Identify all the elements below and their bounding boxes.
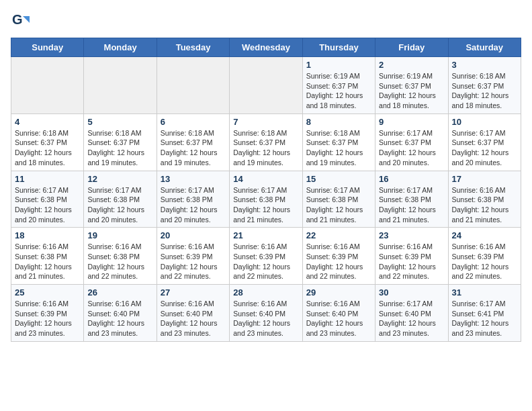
calendar-cell: 30Sunrise: 6:17 AMSunset: 6:40 PMDayligh…	[375, 285, 448, 342]
day-info: Sunrise: 6:17 AMSunset: 6:38 PMDaylight:…	[379, 185, 444, 225]
day-number: 9	[379, 117, 444, 127]
day-info: Sunrise: 6:17 AMSunset: 6:41 PMDaylight:…	[452, 299, 517, 338]
calendar-cell: 15Sunrise: 6:17 AMSunset: 6:38 PMDayligh…	[302, 171, 375, 228]
header-saturday: Saturday	[448, 38, 521, 57]
calendar-cell: 1Sunrise: 6:19 AMSunset: 6:37 PMDaylight…	[302, 57, 375, 114]
day-info: Sunrise: 6:19 AMSunset: 6:37 PMDaylight:…	[379, 71, 444, 111]
day-number: 19	[87, 230, 152, 240]
day-info: Sunrise: 6:16 AMSunset: 6:40 PMDaylight:…	[306, 299, 371, 338]
day-number: 7	[233, 117, 298, 127]
calendar-cell: 22Sunrise: 6:16 AMSunset: 6:39 PMDayligh…	[302, 228, 375, 285]
calendar-cell: 2Sunrise: 6:19 AMSunset: 6:37 PMDaylight…	[375, 57, 448, 114]
day-number: 4	[15, 117, 80, 127]
calendar-body: 1Sunrise: 6:19 AMSunset: 6:37 PMDaylight…	[11, 57, 521, 342]
day-number: 28	[233, 287, 298, 298]
day-number: 25	[15, 287, 80, 298]
header-sunday: Sunday	[11, 38, 84, 57]
day-number: 10	[452, 117, 517, 127]
header-row: SundayMondayTuesdayWednesdayThursdayFrid…	[11, 38, 521, 57]
logo-icon: G	[11, 11, 30, 30]
day-info: Sunrise: 6:18 AMSunset: 6:37 PMDaylight:…	[452, 71, 517, 111]
day-number: 12	[87, 174, 152, 184]
day-number: 20	[161, 230, 226, 240]
calendar-cell: 11Sunrise: 6:17 AMSunset: 6:38 PMDayligh…	[11, 171, 84, 228]
calendar-cell: 4Sunrise: 6:18 AMSunset: 6:37 PMDaylight…	[11, 113, 84, 171]
week-row-4: 18Sunrise: 6:16 AMSunset: 6:38 PMDayligh…	[11, 228, 521, 285]
calendar-cell: 3Sunrise: 6:18 AMSunset: 6:37 PMDaylight…	[448, 57, 521, 114]
day-info: Sunrise: 6:16 AMSunset: 6:39 PMDaylight:…	[452, 242, 517, 281]
logo: G	[11, 11, 32, 30]
header-wednesday: Wednesday	[230, 38, 302, 57]
day-info: Sunrise: 6:16 AMSunset: 6:39 PMDaylight:…	[233, 242, 298, 281]
calendar-cell	[11, 57, 84, 114]
day-info: Sunrise: 6:18 AMSunset: 6:37 PMDaylight:…	[15, 128, 80, 168]
calendar-cell: 14Sunrise: 6:17 AMSunset: 6:38 PMDayligh…	[230, 171, 302, 228]
day-number: 1	[306, 60, 371, 70]
day-info: Sunrise: 6:16 AMSunset: 6:40 PMDaylight:…	[87, 299, 152, 338]
day-number: 17	[452, 174, 517, 184]
day-info: Sunrise: 6:17 AMSunset: 6:37 PMDaylight:…	[379, 128, 444, 168]
calendar-cell: 27Sunrise: 6:16 AMSunset: 6:40 PMDayligh…	[157, 285, 229, 342]
day-info: Sunrise: 6:18 AMSunset: 6:37 PMDaylight:…	[306, 128, 371, 168]
calendar-cell: 6Sunrise: 6:18 AMSunset: 6:37 PMDaylight…	[157, 113, 229, 171]
day-info: Sunrise: 6:16 AMSunset: 6:39 PMDaylight:…	[161, 242, 226, 281]
calendar-cell: 16Sunrise: 6:17 AMSunset: 6:38 PMDayligh…	[375, 171, 448, 228]
calendar-cell	[84, 57, 157, 114]
day-info: Sunrise: 6:17 AMSunset: 6:38 PMDaylight:…	[161, 185, 226, 225]
calendar-header: SundayMondayTuesdayWednesdayThursdayFrid…	[11, 38, 521, 57]
calendar-cell	[157, 57, 229, 114]
day-number: 31	[452, 287, 517, 298]
calendar-cell: 26Sunrise: 6:16 AMSunset: 6:40 PMDayligh…	[84, 285, 157, 342]
calendar-cell	[230, 57, 302, 114]
calendar: SundayMondayTuesdayWednesdayThursdayFrid…	[11, 38, 521, 342]
day-number: 21	[233, 230, 298, 240]
day-number: 14	[233, 174, 298, 184]
week-row-1: 1Sunrise: 6:19 AMSunset: 6:37 PMDaylight…	[11, 57, 521, 114]
day-info: Sunrise: 6:17 AMSunset: 6:38 PMDaylight:…	[15, 185, 80, 225]
day-info: Sunrise: 6:17 AMSunset: 6:40 PMDaylight:…	[379, 299, 444, 338]
day-info: Sunrise: 6:17 AMSunset: 6:38 PMDaylight:…	[233, 185, 298, 225]
calendar-cell: 31Sunrise: 6:17 AMSunset: 6:41 PMDayligh…	[448, 285, 521, 342]
day-info: Sunrise: 6:16 AMSunset: 6:40 PMDaylight:…	[233, 299, 298, 338]
header: G	[11, 11, 521, 30]
day-info: Sunrise: 6:18 AMSunset: 6:37 PMDaylight:…	[87, 128, 152, 168]
calendar-cell: 13Sunrise: 6:17 AMSunset: 6:38 PMDayligh…	[157, 171, 229, 228]
day-info: Sunrise: 6:18 AMSunset: 6:37 PMDaylight:…	[161, 128, 226, 168]
day-number: 18	[15, 230, 80, 240]
header-thursday: Thursday	[302, 38, 375, 57]
calendar-cell: 18Sunrise: 6:16 AMSunset: 6:38 PMDayligh…	[11, 228, 84, 285]
calendar-cell: 23Sunrise: 6:16 AMSunset: 6:39 PMDayligh…	[375, 228, 448, 285]
week-row-3: 11Sunrise: 6:17 AMSunset: 6:38 PMDayligh…	[11, 171, 521, 228]
calendar-cell: 9Sunrise: 6:17 AMSunset: 6:37 PMDaylight…	[375, 113, 448, 171]
day-info: Sunrise: 6:16 AMSunset: 6:39 PMDaylight:…	[306, 242, 371, 281]
day-number: 16	[379, 174, 444, 184]
calendar-cell: 12Sunrise: 6:17 AMSunset: 6:38 PMDayligh…	[84, 171, 157, 228]
day-info: Sunrise: 6:17 AMSunset: 6:38 PMDaylight:…	[306, 185, 371, 225]
day-number: 30	[379, 287, 444, 298]
day-number: 27	[161, 287, 226, 298]
calendar-cell: 10Sunrise: 6:17 AMSunset: 6:37 PMDayligh…	[448, 113, 521, 171]
day-number: 6	[161, 117, 226, 127]
day-info: Sunrise: 6:16 AMSunset: 6:39 PMDaylight:…	[379, 242, 444, 281]
calendar-cell: 29Sunrise: 6:16 AMSunset: 6:40 PMDayligh…	[302, 285, 375, 342]
day-number: 8	[306, 117, 371, 127]
week-row-5: 25Sunrise: 6:16 AMSunset: 6:39 PMDayligh…	[11, 285, 521, 342]
day-info: Sunrise: 6:16 AMSunset: 6:40 PMDaylight:…	[161, 299, 226, 338]
calendar-cell: 25Sunrise: 6:16 AMSunset: 6:39 PMDayligh…	[11, 285, 84, 342]
calendar-cell: 19Sunrise: 6:16 AMSunset: 6:38 PMDayligh…	[84, 228, 157, 285]
day-info: Sunrise: 6:18 AMSunset: 6:37 PMDaylight:…	[233, 128, 298, 168]
day-info: Sunrise: 6:16 AMSunset: 6:39 PMDaylight:…	[15, 299, 80, 338]
calendar-cell: 28Sunrise: 6:16 AMSunset: 6:40 PMDayligh…	[230, 285, 302, 342]
day-info: Sunrise: 6:17 AMSunset: 6:38 PMDaylight:…	[87, 185, 152, 225]
day-number: 15	[306, 174, 371, 184]
calendar-cell: 7Sunrise: 6:18 AMSunset: 6:37 PMDaylight…	[230, 113, 302, 171]
calendar-cell: 17Sunrise: 6:16 AMSunset: 6:38 PMDayligh…	[448, 171, 521, 228]
day-number: 2	[379, 60, 444, 70]
day-info: Sunrise: 6:16 AMSunset: 6:38 PMDaylight:…	[87, 242, 152, 281]
calendar-cell: 24Sunrise: 6:16 AMSunset: 6:39 PMDayligh…	[448, 228, 521, 285]
day-number: 23	[379, 230, 444, 240]
day-info: Sunrise: 6:16 AMSunset: 6:38 PMDaylight:…	[15, 242, 80, 281]
svg-marker-1	[23, 16, 30, 23]
calendar-cell: 20Sunrise: 6:16 AMSunset: 6:39 PMDayligh…	[157, 228, 229, 285]
calendar-cell: 5Sunrise: 6:18 AMSunset: 6:37 PMDaylight…	[84, 113, 157, 171]
